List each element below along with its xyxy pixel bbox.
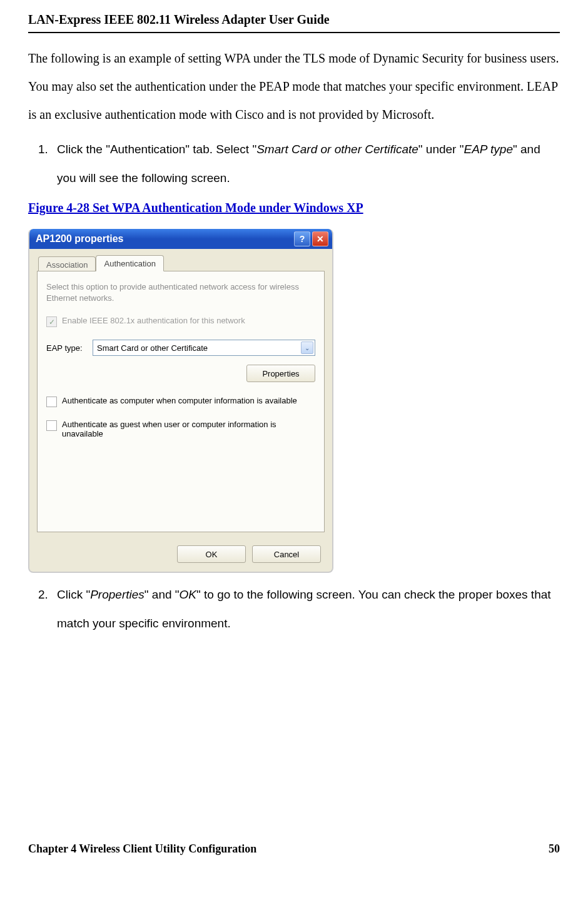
auth-computer-checkbox[interactable]	[46, 397, 57, 407]
dialog-button-row: OK Cancel	[177, 545, 321, 563]
close-button[interactable]: ✕	[312, 231, 328, 246]
help-button[interactable]: ?	[294, 231, 310, 246]
tab-authentication[interactable]: Authentication	[96, 255, 163, 271]
step-2-text-b: Properties	[90, 588, 144, 601]
panel-description: Select this option to provide authentica…	[46, 281, 315, 303]
dialog-titlebar: AP1200 properties ? ✕	[29, 229, 332, 249]
eap-type-value: Smart Card or other Certificate	[97, 343, 208, 353]
step-2-number: 2.	[38, 580, 57, 609]
auth-computer-label: Authenticate as computer when computer i…	[62, 396, 297, 405]
check-icon: ✓	[49, 318, 55, 326]
enable-8021x-checkbox[interactable]: ✓	[46, 316, 57, 327]
chevron-down-icon: ⌄	[301, 341, 313, 354]
doc-header-title: LAN-Express IEEE 802.11 Wireless Adapter…	[28, 13, 560, 27]
eap-type-label: EAP type:	[46, 343, 86, 353]
step-1-text-a: Click the "Authentication" tab. Select "	[57, 143, 256, 156]
cancel-button[interactable]: Cancel	[252, 545, 321, 563]
step-2: 2.Click "Properties" and "OK" to go to t…	[28, 580, 560, 637]
dialog-body: Association Authentication Select this o…	[29, 249, 332, 572]
intro-paragraph: The following is an example of setting W…	[28, 44, 560, 129]
auth-guest-checkbox[interactable]	[46, 420, 57, 431]
enable-8021x-label: Enable IEEE 802.1x authentication for th…	[62, 316, 245, 325]
tab-strip: Association Authentication	[38, 255, 325, 271]
step-2-text-a: Click "	[57, 588, 90, 601]
titlebar-buttons: ? ✕	[294, 231, 328, 246]
footer-page-number: 50	[549, 842, 560, 856]
tab-panel-authentication: Select this option to provide authentica…	[37, 271, 325, 532]
properties-row: Properties	[46, 365, 315, 382]
step-1-text-b: Smart Card or other Certificate	[256, 143, 418, 156]
auth-computer-row: Authenticate as computer when computer i…	[46, 396, 315, 407]
step-1: 1.Click the "Authentication" tab. Select…	[28, 135, 560, 192]
step-1-text-d: EAP type	[464, 143, 513, 156]
ok-button[interactable]: OK	[177, 545, 246, 563]
auth-guest-label: Authenticate as guest when user or compu…	[62, 420, 315, 438]
header-rule	[28, 32, 560, 33]
properties-button[interactable]: Properties	[246, 365, 315, 382]
footer-chapter: Chapter 4 Wireless Client Utility Config…	[28, 842, 256, 856]
page-footer: Chapter 4 Wireless Client Utility Config…	[28, 842, 560, 856]
figure-caption: Figure 4-28 Set WPA Authentication Mode …	[28, 201, 560, 215]
eap-type-row: EAP type: Smart Card or other Certificat…	[46, 340, 315, 356]
page: LAN-Express IEEE 802.11 Wireless Adapter…	[0, 0, 588, 869]
step-1-text-c: " under "	[418, 143, 464, 156]
enable-8021x-row: ✓ Enable IEEE 802.1x authentication for …	[46, 316, 315, 327]
dialog-title: AP1200 properties	[36, 233, 124, 245]
eap-type-dropdown[interactable]: Smart Card or other Certificate ⌄	[93, 340, 315, 356]
properties-dialog: AP1200 properties ? ✕ Association Authen…	[28, 229, 333, 573]
step-2-text-c: " and "	[144, 588, 180, 601]
auth-guest-row: Authenticate as guest when user or compu…	[46, 420, 315, 438]
step-1-number: 1.	[38, 135, 57, 164]
step-2-text-d: OK	[180, 588, 196, 601]
